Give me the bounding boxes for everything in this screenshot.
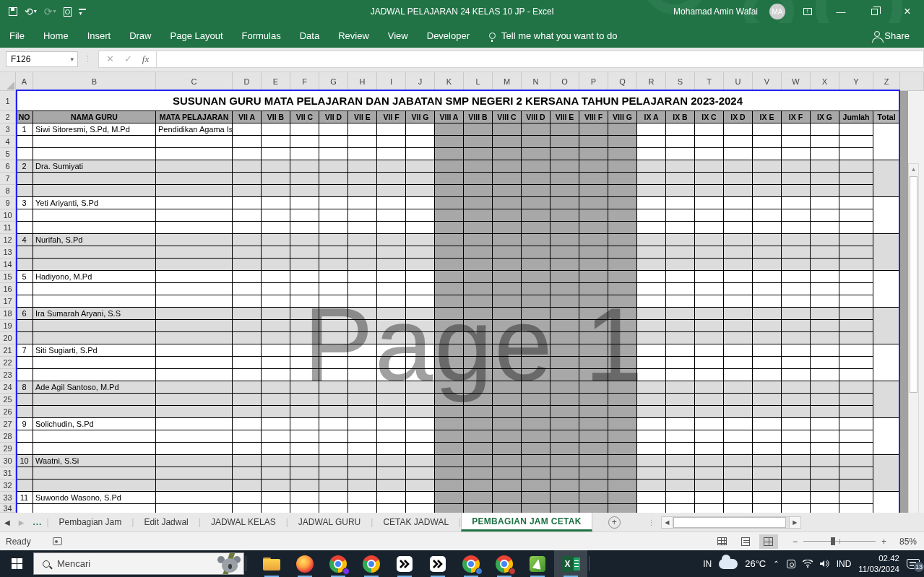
cell-E6[interactable] bbox=[262, 160, 290, 173]
cell-L22[interactable] bbox=[464, 357, 493, 369]
cell-Y23[interactable] bbox=[839, 369, 873, 381]
cell-Y21[interactable] bbox=[839, 344, 873, 357]
scroll-right-icon[interactable]: ▶ bbox=[789, 516, 801, 529]
sheet-tab-jadwal-kelas[interactable]: JADWAL KELAS bbox=[201, 513, 286, 532]
cell-A11[interactable] bbox=[16, 222, 33, 234]
cell-E16[interactable] bbox=[262, 283, 290, 295]
cell-C25[interactable] bbox=[156, 394, 233, 406]
cell-B28[interactable] bbox=[33, 430, 156, 443]
cell-T20[interactable] bbox=[695, 332, 724, 344]
language-indicator[interactable]: IN bbox=[703, 559, 712, 569]
cell-H30[interactable] bbox=[348, 455, 377, 467]
cell-N18[interactable] bbox=[522, 308, 550, 320]
cell-I21[interactable] bbox=[377, 344, 406, 357]
cell-L25[interactable] bbox=[464, 394, 493, 406]
cell-I20[interactable] bbox=[377, 332, 406, 344]
cell-M13[interactable] bbox=[493, 246, 522, 259]
cell-M7[interactable] bbox=[493, 173, 522, 185]
cell-Y7[interactable] bbox=[839, 173, 873, 185]
cell-V14[interactable] bbox=[753, 259, 782, 271]
column-header-M[interactable]: M bbox=[493, 72, 522, 91]
cell-G5[interactable] bbox=[319, 148, 348, 160]
cell-Q9[interactable] bbox=[608, 197, 637, 209]
cell-K34[interactable] bbox=[435, 504, 464, 513]
cell-K5[interactable] bbox=[435, 148, 464, 160]
cell-C4[interactable] bbox=[156, 136, 233, 148]
cell-R10[interactable] bbox=[637, 209, 666, 222]
cell-I12[interactable] bbox=[377, 234, 406, 246]
cell-O22[interactable] bbox=[550, 357, 579, 369]
cell-C32[interactable] bbox=[156, 480, 233, 492]
cell-X31[interactable] bbox=[811, 467, 839, 480]
cell-H26[interactable] bbox=[348, 406, 377, 418]
header-cell-Z2[interactable]: Total bbox=[873, 111, 900, 123]
column-header-Y[interactable]: Y bbox=[839, 72, 873, 91]
cell-H5[interactable] bbox=[348, 148, 377, 160]
header-cell-Q2[interactable]: VIII G bbox=[608, 111, 637, 123]
cell-X22[interactable] bbox=[811, 357, 839, 369]
cell-K15[interactable] bbox=[435, 271, 464, 283]
cell-V31[interactable] bbox=[753, 467, 782, 480]
cell-N28[interactable] bbox=[522, 430, 550, 443]
cell-S30[interactable] bbox=[666, 455, 695, 467]
cell-W13[interactable] bbox=[782, 246, 811, 259]
cell-Y33[interactable] bbox=[839, 492, 873, 504]
cell-S31[interactable] bbox=[666, 467, 695, 480]
cell-G11[interactable] bbox=[319, 222, 348, 234]
cell-P8[interactable] bbox=[579, 185, 608, 197]
cell-G19[interactable] bbox=[319, 320, 348, 332]
scroll-up-icon[interactable]: ▲ bbox=[909, 164, 918, 175]
cell-K10[interactable] bbox=[435, 209, 464, 222]
cell-D8[interactable] bbox=[233, 185, 262, 197]
header-cell-H2[interactable]: VII E bbox=[348, 111, 377, 123]
cell-N27[interactable] bbox=[522, 418, 550, 430]
cell-R16[interactable] bbox=[637, 283, 666, 295]
cell-T25[interactable] bbox=[695, 394, 724, 406]
cell-K11[interactable] bbox=[435, 222, 464, 234]
cell-P15[interactable] bbox=[579, 271, 608, 283]
row-header-21[interactable]: 21 bbox=[0, 344, 16, 357]
cell-D19[interactable] bbox=[233, 320, 262, 332]
cell-K21[interactable] bbox=[435, 344, 464, 357]
cell-M25[interactable] bbox=[493, 394, 522, 406]
ribbon-tab-developer[interactable]: Developer bbox=[418, 23, 479, 48]
cell-E27[interactable] bbox=[262, 418, 290, 430]
row-header-34[interactable]: 34 bbox=[0, 504, 16, 513]
cell-N10[interactable] bbox=[522, 209, 550, 222]
cell-K23[interactable] bbox=[435, 369, 464, 381]
cell-D3[interactable] bbox=[233, 123, 262, 136]
cell-M18[interactable] bbox=[493, 308, 522, 320]
zoom-out-icon[interactable]: − bbox=[793, 537, 798, 547]
cell-A25[interactable] bbox=[16, 394, 33, 406]
column-header-E[interactable]: E bbox=[262, 72, 290, 91]
cell-Q3[interactable] bbox=[608, 123, 637, 136]
chrome-profile-icon[interactable] bbox=[321, 550, 355, 577]
sheet-title-cell[interactable]: SUSUNAN GURU MATA PELAJARAN DAN JABATAN … bbox=[16, 91, 900, 111]
cell-Z12[interactable] bbox=[873, 234, 900, 246]
cell-L31[interactable] bbox=[464, 467, 493, 480]
column-header-T[interactable]: T bbox=[695, 72, 724, 91]
header-cell-P2[interactable]: VIII F bbox=[579, 111, 608, 123]
cell-A27[interactable]: 9 bbox=[16, 418, 33, 430]
cell-I24[interactable] bbox=[377, 381, 406, 394]
cell-O20[interactable] bbox=[550, 332, 579, 344]
cell-M32[interactable] bbox=[493, 480, 522, 492]
cell-E19[interactable] bbox=[262, 320, 290, 332]
cell-R23[interactable] bbox=[637, 369, 666, 381]
cell-A22[interactable] bbox=[16, 357, 33, 369]
cell-R11[interactable] bbox=[637, 222, 666, 234]
cell-B10[interactable] bbox=[33, 209, 156, 222]
cell-P23[interactable] bbox=[579, 369, 608, 381]
cell-C23[interactable] bbox=[156, 369, 233, 381]
cell-W18[interactable] bbox=[782, 308, 811, 320]
column-header-V[interactable]: V bbox=[753, 72, 782, 91]
cell-L16[interactable] bbox=[464, 283, 493, 295]
cell-Z3[interactable] bbox=[873, 123, 900, 136]
row-header-15[interactable]: 15 bbox=[0, 271, 16, 283]
cell-W5[interactable] bbox=[782, 148, 811, 160]
cell-M21[interactable] bbox=[493, 344, 522, 357]
row-header-19[interactable]: 19 bbox=[0, 320, 16, 332]
cell-W22[interactable] bbox=[782, 357, 811, 369]
cell-T21[interactable] bbox=[695, 344, 724, 357]
cell-P3[interactable] bbox=[579, 123, 608, 136]
